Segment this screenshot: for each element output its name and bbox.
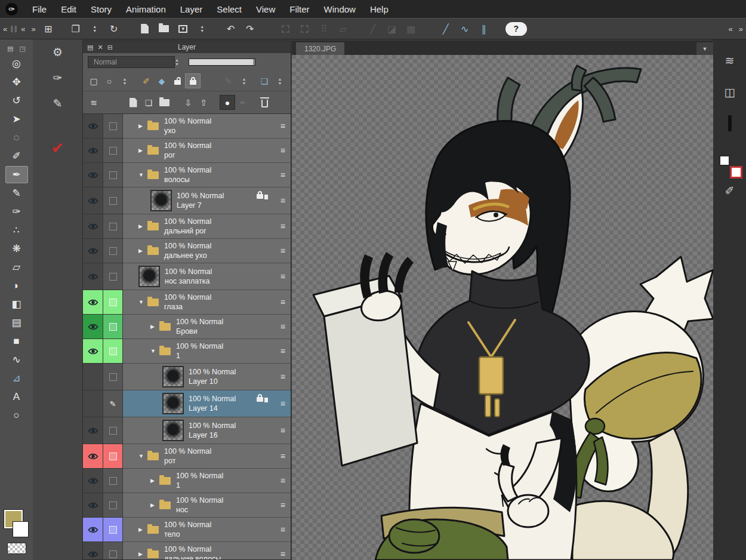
layer-pick-cell[interactable] (103, 417, 123, 444)
fill-area-icon[interactable]: ◪ (383, 21, 402, 36)
layer-menu-icon[interactable]: ≡ (280, 525, 285, 534)
collapse-folder-icon[interactable]: ▼ (150, 348, 159, 354)
crop-selection-icon[interactable]: ▱ (334, 21, 353, 36)
layer-thumbnail[interactable] (162, 393, 184, 414)
new-raster-layer-icon[interactable] (125, 95, 141, 110)
expand-folder-icon[interactable]: ▶ (138, 223, 147, 229)
menu-animation[interactable]: Animation (119, 4, 173, 14)
canvas[interactable] (292, 55, 713, 560)
figure-tool[interactable]: ■ (5, 333, 28, 350)
expand-folder-icon[interactable]: ▶ (138, 123, 147, 129)
layer-menu-icon[interactable]: ≡ (280, 549, 285, 559)
panel-collapse-icon[interactable]: ⊟ (107, 44, 113, 51)
expand-folder-icon[interactable]: ▶ (150, 324, 159, 330)
layer-row[interactable]: ✎100 % NormalLayer 14≡ (83, 390, 291, 417)
zoom-tool[interactable]: ◎ (5, 55, 28, 72)
layer-pick-cell[interactable] (103, 339, 123, 364)
layer-pick-cell[interactable] (103, 469, 123, 493)
layer-visibility-toggle[interactable] (83, 290, 103, 315)
layer-pick-cell[interactable] (103, 114, 123, 139)
snap-grid-icon[interactable]: ∥ (474, 21, 494, 36)
save-stepper-icon[interactable]: ▲▼ (193, 21, 212, 36)
blend-tool[interactable]: ◗ (5, 277, 28, 294)
snap-ruler-icon[interactable]: ╱ (436, 21, 455, 36)
layer-visibility-toggle[interactable] (83, 469, 103, 493)
new-vector-layer-icon[interactable]: ❏ (141, 95, 156, 110)
layer-row[interactable]: ▼100 % Normalглаза≡ (83, 290, 291, 315)
layer-visibility-toggle[interactable] (83, 518, 103, 542)
layer-visibility-toggle[interactable] (83, 390, 103, 417)
layer-pick-cell[interactable] (103, 542, 123, 559)
pose-material-icon[interactable]: ✐ (725, 184, 735, 198)
layer-pick-cell[interactable] (103, 187, 123, 214)
workspace-panels-icon[interactable]: ⊞ (39, 21, 58, 36)
colorize-icon[interactable]: ◆ (154, 73, 169, 88)
mask-pen-icon[interactable]: ✎ (221, 73, 236, 88)
confirm-check-icon[interactable]: ✔ (51, 139, 64, 158)
expand-folder-icon[interactable]: ▶ (138, 551, 147, 557)
redo-icon[interactable]: ↷ (241, 21, 260, 36)
collapse-folder-icon[interactable]: ▼ (138, 172, 147, 178)
collapse-right-next-icon[interactable]: » (736, 24, 746, 33)
layer-row[interactable]: ▼100 % Normalрот≡ (83, 444, 291, 469)
expand-folder-icon[interactable]: ▶ (138, 527, 147, 533)
gradient-tool[interactable]: ▤ (5, 314, 28, 331)
menu-window[interactable]: Window (317, 4, 363, 14)
layer-row[interactable]: ▶100 % Normalдальний рог≡ (83, 214, 291, 239)
menu-view[interactable]: View (249, 4, 282, 14)
merge-down-icon[interactable]: ⇩ (180, 95, 196, 110)
screen-mode-icon[interactable]: ❐ (66, 21, 85, 36)
panel-close-icon[interactable]: ✕ (97, 44, 103, 51)
transfer-up-icon[interactable]: ⇧ (196, 95, 211, 110)
layer-row[interactable]: ▶100 % NormalБрови≡ (83, 315, 291, 339)
menu-filter[interactable]: Filter (282, 4, 316, 14)
panel-next-icon[interactable]: » (28, 24, 38, 33)
layer-row[interactable]: ▼100 % Normal1≡ (83, 339, 291, 364)
layer-menu-icon[interactable]: ≡ (280, 500, 285, 510)
hand-tool[interactable]: ✥ (5, 73, 28, 91)
transparent-color-swatch[interactable] (7, 543, 26, 554)
layer-menu-icon[interactable]: ≡ (280, 170, 285, 180)
layer-visibility-toggle[interactable] (83, 315, 103, 339)
lock-icon[interactable] (185, 73, 201, 88)
layer-thumbnail[interactable] (162, 366, 184, 387)
layer-pick-cell[interactable] (103, 239, 123, 263)
layer-row[interactable]: 100 % NormalLayer 16≡ (83, 417, 291, 444)
pen-tool[interactable]: ✒ (5, 166, 28, 183)
blend-stepper-icon[interactable]: ▲▼ (175, 58, 179, 66)
layer-panel-header[interactable]: ▤ ✕ ⊟ Layer (83, 41, 291, 53)
layer-row[interactable]: ▶100 % Normalтело≡ (83, 518, 291, 542)
layer-row[interactable]: ▶100 % Normalдальние волосы≡ (83, 542, 291, 559)
thumb-ellipse-icon[interactable]: ○ (101, 73, 117, 88)
layer-thumbnail[interactable] (138, 266, 160, 287)
view-stepper-icon[interactable]: ▲▼ (85, 21, 104, 36)
undo-icon[interactable]: ↶ (221, 21, 241, 36)
reference-layer-icon[interactable]: ❏ (257, 73, 272, 88)
layer-visibility-toggle[interactable] (83, 114, 103, 139)
eraser-tool[interactable]: ▱ (5, 259, 28, 276)
unlock-icon[interactable] (169, 73, 185, 88)
expand-folder-icon[interactable]: ▶ (150, 502, 159, 508)
menu-help[interactable]: Help (363, 4, 396, 14)
panel-prev-icon[interactable]: « (18, 24, 28, 33)
layer-pick-cell[interactable] (103, 139, 123, 163)
layer-pick-cell[interactable] (103, 444, 123, 469)
menu-story[interactable]: Story (84, 4, 119, 14)
layer-visibility-toggle[interactable] (83, 139, 103, 163)
color-set-icon[interactable] (728, 117, 732, 130)
new-folder-icon[interactable] (156, 95, 172, 110)
curve-tool[interactable]: ∿ (5, 351, 28, 368)
layer-visibility-toggle[interactable] (83, 339, 103, 364)
airbrush-tool[interactable]: ∴ (5, 221, 28, 239)
tool-panel-toggle-icon[interactable]: ◳ (20, 45, 26, 53)
collapse-folder-icon[interactable]: ▼ (138, 453, 147, 459)
document-tab[interactable]: 1320.JPG (296, 42, 344, 55)
layer-visibility-toggle[interactable] (83, 542, 103, 559)
tool-settings-icon[interactable]: ⚙ (53, 45, 63, 59)
brush-tool[interactable]: ✑ (5, 203, 28, 220)
layer-mask-icon[interactable]: ● (220, 95, 235, 110)
collapse-right-prev-icon[interactable]: « (726, 24, 736, 33)
frame-border-icon[interactable]: ▦ (402, 21, 421, 36)
save-file-icon[interactable]: ▼ (174, 21, 193, 36)
layer-visibility-toggle[interactable] (83, 214, 103, 239)
